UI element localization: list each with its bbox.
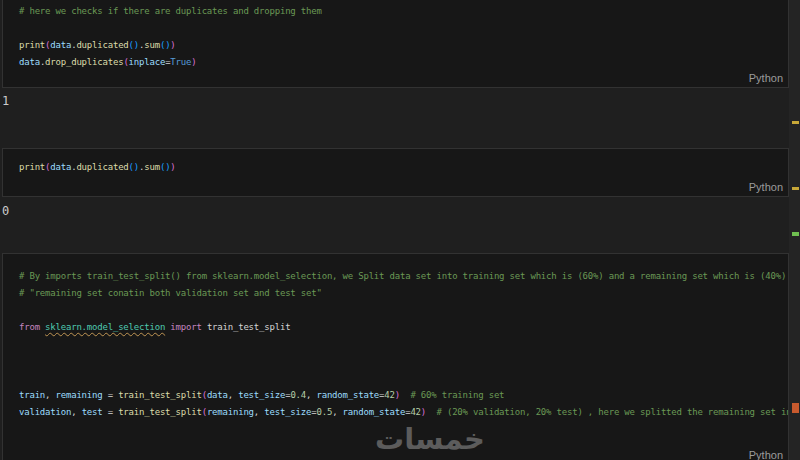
code-editor[interactable]: print(data.duplicated().sum()): [19, 159, 788, 176]
notebook-window: { "watermark": {"text": "خمسات"}, "palet…: [0, 0, 800, 460]
overview-ruler-marker: [792, 403, 799, 413]
overview-ruler-marker: [792, 121, 799, 124]
scrollbar-gutter[interactable]: [789, 0, 800, 460]
overview-ruler-marker: [792, 187, 799, 190]
overview-ruler-marker: [792, 232, 799, 236]
cell-output: 1: [2, 94, 9, 108]
cell-language-label[interactable]: Python: [749, 72, 783, 84]
watermark: خمسات: [340, 422, 520, 456]
code-cell: print(data.duplicated().sum()) Python: [2, 148, 789, 197]
code-cell: # here we checks if there are duplicates…: [2, 0, 789, 88]
code-editor[interactable]: # here we checks if there are duplicates…: [19, 3, 788, 71]
cell-language-label[interactable]: Python: [749, 181, 783, 193]
cell-language-label[interactable]: Python: [749, 449, 783, 460]
code-editor[interactable]: # By imports train_test_split() from skl…: [19, 268, 788, 421]
cell-output: 0: [2, 204, 9, 218]
